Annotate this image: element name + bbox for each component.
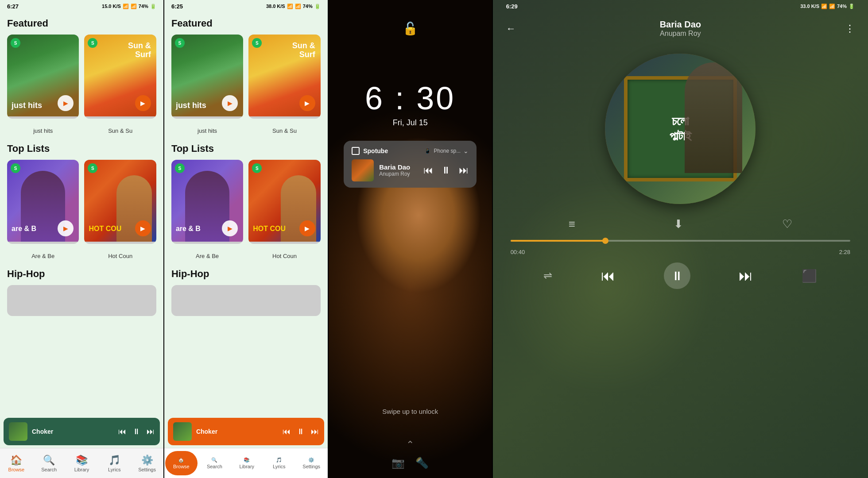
np-progress-fill xyxy=(511,240,606,242)
np-menu-icon[interactable]: ⋮ xyxy=(845,23,855,35)
card-just-hits-1[interactable]: S just hits ▶ xyxy=(7,35,79,119)
np-progress-bar[interactable] xyxy=(511,240,850,242)
arebe-sub-2: Are & Be xyxy=(171,253,243,259)
settings-icon-2: ⚙️ xyxy=(308,457,314,463)
card-arebe-1[interactable]: S are & B ▶ xyxy=(7,160,79,244)
status-bar-2: 6:25 38.0 K/S 📶 📶 74% 🔋 xyxy=(164,0,328,12)
lock-album-thumb xyxy=(352,159,374,181)
np-play-2[interactable]: ⏸ xyxy=(297,427,305,436)
np-next-2[interactable]: ⏭ xyxy=(311,427,319,436)
card-sunsurf-2[interactable]: S Sun &Surf ▶ xyxy=(248,35,320,119)
np-info-1: Choker xyxy=(32,428,114,435)
card-arebe-2[interactable]: S are & B ▶ xyxy=(171,160,243,244)
data-speed-2: 38.0 K/S xyxy=(266,4,285,9)
sun-surf-label-2: Sun &Surf xyxy=(292,42,315,59)
just-hits-label-2: just hits xyxy=(176,101,206,110)
just-hits-subtitle-1: just hits xyxy=(7,127,79,134)
hiphop-title-1: Hip-Hop xyxy=(7,268,156,280)
camera-icon-lock[interactable]: 📷 xyxy=(391,457,405,469)
lock-pause-btn[interactable]: ⏸ xyxy=(441,165,451,176)
now-playing-bar-1[interactable]: Choker ⏮ ⏸ ⏭ xyxy=(4,418,160,445)
download-icon[interactable]: ⬇ xyxy=(674,217,683,231)
nav-settings-1[interactable]: ⚙️ Settings xyxy=(131,448,163,478)
play-just-hits-2[interactable]: ▶ xyxy=(222,95,238,111)
library-icon-1: 📚 xyxy=(76,455,88,466)
nav-browse-1[interactable]: 🏠 Browse xyxy=(0,448,33,478)
flashlight-icon-lock[interactable]: 🔦 xyxy=(415,457,429,469)
np-controls-2[interactable]: ⏮ ⏸ ⏭ xyxy=(283,427,319,436)
wifi-icon-4: 📶 xyxy=(821,4,827,9)
status-icons-2: 38.0 K/S 📶 📶 74% 🔋 xyxy=(266,4,321,9)
lock-controls[interactable]: ⏮ ⏸ ⏭ xyxy=(423,165,469,176)
featured-subtitles-1: just hits Sun & Su xyxy=(7,127,156,134)
card-just-hits-2[interactable]: S just hits ▶ xyxy=(171,35,243,119)
np-play-1[interactable]: ⏸ xyxy=(132,427,140,436)
nav-library-2[interactable]: 📚 Library xyxy=(231,448,263,478)
queue-icon[interactable]: ≡ xyxy=(569,217,575,231)
np-album-art-container: চলোপাল্টাই xyxy=(493,45,868,213)
np-progress-container[interactable] xyxy=(493,235,868,246)
prev-button[interactable]: ⏮ xyxy=(601,268,615,284)
signal-icon-4: 📶 xyxy=(829,4,835,9)
card-hotcou-1[interactable]: S HOT COU ▶ xyxy=(84,160,156,244)
nav-lyrics-1[interactable]: 🎵 Lyrics xyxy=(98,448,131,478)
spotify-badge-sunsurf-1: S xyxy=(88,38,97,48)
time-4: 6:29 xyxy=(506,3,518,10)
panel-3-lockscreen: Banglalink | Teletalk 23.0 K/S 📶 📶 74% 🔋… xyxy=(329,0,492,478)
heart-icon[interactable]: ♡ xyxy=(782,217,792,231)
sun-surf-label-1: Sun &Surf xyxy=(128,42,151,59)
expand-icon-lock[interactable]: ⌄ xyxy=(463,147,469,154)
lock-next-btn[interactable]: ⏭ xyxy=(459,165,469,176)
np-artist-name: Anupam Roy xyxy=(660,30,701,38)
nav-search-2[interactable]: 🔍 Search xyxy=(198,448,231,478)
np-thumb-2 xyxy=(173,422,192,441)
spotify-badge-ss2: S xyxy=(252,38,262,48)
nav-library-1[interactable]: 📚 Library xyxy=(66,448,98,478)
lock-checkbox xyxy=(352,147,360,155)
nav-search-1[interactable]: 🔍 Search xyxy=(33,448,66,478)
panel-1-spotube: 6:27 15.0 K/S 📶 📶 74% 🔋 Featured S just … xyxy=(0,0,163,478)
panel-4-nowplaying: 6:29 33.0 K/S 📶 📶 74% 🔋 ← Baria Dao Anup… xyxy=(493,0,868,478)
swipe-up-arrow: ⌃ xyxy=(406,439,414,451)
play-just-hits-1[interactable]: ▶ xyxy=(58,95,74,111)
play-pause-button[interactable]: ⏸ xyxy=(664,262,690,289)
spotify-badge-arebe-1: S xyxy=(11,163,20,173)
panel-2-spotube: 6:25 38.0 K/S 📶 📶 74% 🔋 Featured S just … xyxy=(164,0,328,478)
play-sunsurf-2[interactable]: ▶ xyxy=(299,95,315,111)
card-hotcou-2[interactable]: S HOT COU ▶ xyxy=(248,160,320,244)
nav-lyrics-2[interactable]: 🎵 Lyrics xyxy=(263,448,295,478)
hiphop-title-2: Hip-Hop xyxy=(171,268,321,280)
swipe-text: Swipe up to unlock xyxy=(382,408,438,415)
np-icon-controls: ≡ ⬇ ♡ xyxy=(493,213,868,235)
next-button[interactable]: ⏭ xyxy=(739,268,753,284)
shuffle-icon[interactable]: ⇌ xyxy=(543,270,552,282)
main-content-1: Featured S just hits ▶ S Sun &Surf ▶ jus… xyxy=(0,12,163,415)
featured-cards-1: S just hits ▶ S Sun &Surf ▶ xyxy=(7,35,156,119)
status-bar-4: 6:29 33.0 K/S 📶 📶 74% 🔋 xyxy=(493,0,868,12)
top-lists-cards-2: S are & B ▶ S HOT COU ▶ xyxy=(171,160,321,244)
arebe-label-1: are & B xyxy=(12,225,36,233)
play-hotcou-1[interactable]: ▶ xyxy=(135,220,151,236)
card-sunsurf-1[interactable]: S Sun &Surf ▶ xyxy=(84,35,156,119)
lock-app-name: Spotube xyxy=(363,147,388,154)
play-sunsurf-1[interactable]: ▶ xyxy=(135,95,151,111)
np-prev-2[interactable]: ⏮ xyxy=(283,427,291,436)
back-button[interactable]: ← xyxy=(506,23,516,35)
np-prev-1[interactable]: ⏮ xyxy=(118,427,126,436)
just-hits-sub-2: just hits xyxy=(171,127,243,134)
play-arebe-1[interactable]: ▶ xyxy=(58,220,74,236)
np-progress-dot[interactable] xyxy=(602,238,608,244)
np-next-1[interactable]: ⏭ xyxy=(147,427,155,436)
np-controls-1[interactable]: ⏮ ⏸ ⏭ xyxy=(118,427,155,436)
play-arebe-2[interactable]: ▶ xyxy=(222,220,238,236)
now-playing-bar-2[interactable]: Choker ⏮ ⏸ ⏭ xyxy=(168,418,324,445)
stop-button[interactable]: ⬛ xyxy=(802,269,817,283)
lock-prev-btn[interactable]: ⏮ xyxy=(423,165,433,176)
battery-4: 74% xyxy=(837,4,847,9)
np-content: 6:29 33.0 K/S 📶 📶 74% 🔋 ← Baria Dao Anup… xyxy=(493,0,868,478)
battery-icon-4: 🔋 xyxy=(849,4,855,9)
time-1: 6:27 xyxy=(7,3,19,10)
play-hotcou-2[interactable]: ▶ xyxy=(299,220,315,236)
nav-browse-2[interactable]: 🏠 Browse xyxy=(165,451,198,475)
nav-settings-2[interactable]: ⚙️ Settings xyxy=(295,448,328,478)
